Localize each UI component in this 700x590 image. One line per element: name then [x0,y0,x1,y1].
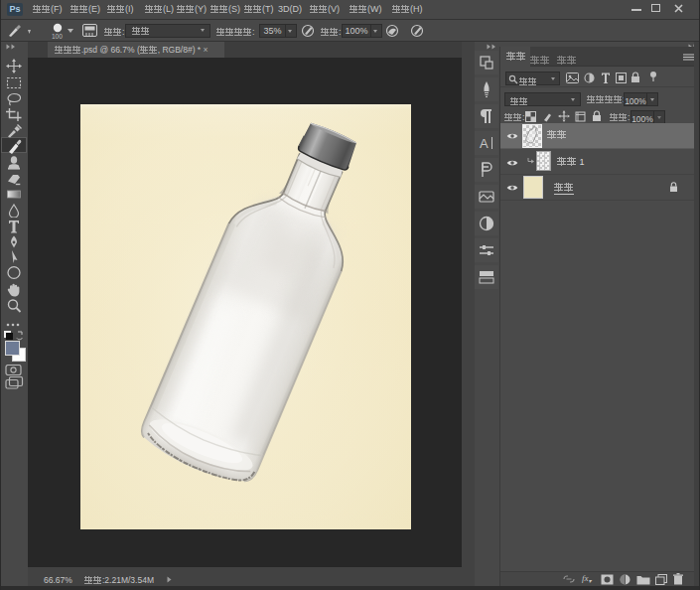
svg-text:A: A [480,136,489,151]
svg-text:100: 100 [52,33,63,40]
